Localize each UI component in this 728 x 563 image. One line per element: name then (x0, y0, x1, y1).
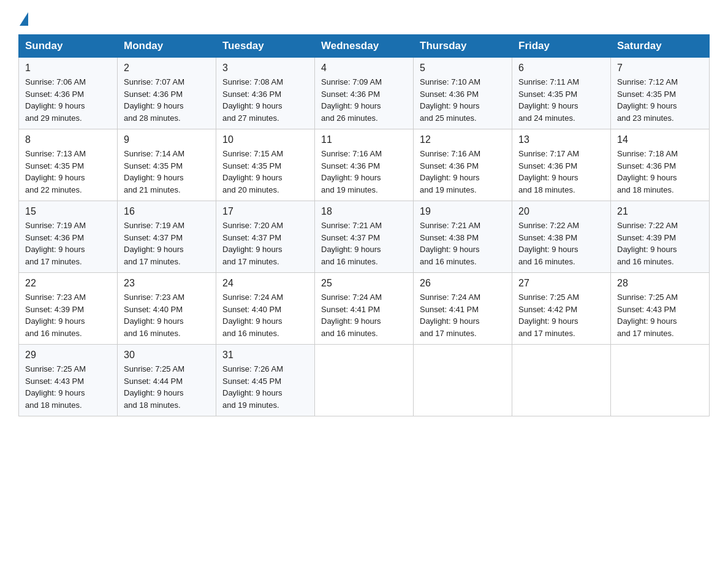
day-number: 16 (124, 206, 210, 217)
day-number: 21 (617, 206, 703, 217)
calendar-cell: 22Sunrise: 7:23 AMSunset: 4:39 PMDayligh… (19, 273, 118, 345)
calendar-week-2: 8Sunrise: 7:13 AMSunset: 4:35 PMDaylight… (19, 129, 710, 201)
page-header (18, 12, 710, 23)
calendar-cell (611, 345, 710, 416)
day-info: Sunrise: 7:23 AMSunset: 4:40 PMDaylight:… (124, 291, 210, 339)
day-number: 17 (222, 206, 308, 217)
day-info: Sunrise: 7:25 AMSunset: 4:44 PMDaylight:… (124, 363, 210, 411)
calendar-cell: 12Sunrise: 7:16 AMSunset: 4:36 PMDayligh… (414, 129, 512, 201)
day-number: 8 (25, 134, 111, 145)
day-info: Sunrise: 7:24 AMSunset: 4:40 PMDaylight:… (222, 291, 308, 339)
calendar-cell: 30Sunrise: 7:25 AMSunset: 4:44 PMDayligh… (118, 345, 216, 416)
header-wednesday: Wednesday (315, 35, 414, 58)
day-number: 3 (222, 63, 308, 74)
day-info: Sunrise: 7:17 AMSunset: 4:36 PMDaylight:… (518, 148, 604, 196)
calendar-cell: 15Sunrise: 7:19 AMSunset: 4:36 PMDayligh… (19, 201, 118, 273)
day-info: Sunrise: 7:08 AMSunset: 4:36 PMDaylight:… (222, 76, 308, 124)
calendar-week-5: 29Sunrise: 7:25 AMSunset: 4:43 PMDayligh… (19, 345, 710, 416)
header-sunday: Sunday (19, 35, 118, 58)
day-number: 1 (25, 63, 111, 74)
header-row: SundayMondayTuesdayWednesdayThursdayFrid… (19, 35, 710, 58)
calendar-cell: 17Sunrise: 7:20 AMSunset: 4:37 PMDayligh… (216, 201, 315, 273)
calendar-cell: 26Sunrise: 7:24 AMSunset: 4:41 PMDayligh… (414, 273, 512, 345)
day-number: 20 (518, 206, 604, 217)
logo (18, 12, 28, 23)
day-info: Sunrise: 7:19 AMSunset: 4:37 PMDaylight:… (124, 220, 210, 267)
calendar-cell: 9Sunrise: 7:14 AMSunset: 4:35 PMDaylight… (118, 129, 216, 201)
calendar-cell (414, 345, 512, 416)
calendar-cell (315, 345, 414, 416)
day-number: 9 (124, 134, 210, 145)
calendar-cell: 5Sunrise: 7:10 AMSunset: 4:36 PMDaylight… (414, 58, 512, 129)
calendar-cell: 8Sunrise: 7:13 AMSunset: 4:35 PMDaylight… (19, 129, 118, 201)
day-info: Sunrise: 7:25 AMSunset: 4:42 PMDaylight:… (518, 291, 604, 339)
header-thursday: Thursday (414, 35, 512, 58)
day-number: 26 (420, 278, 506, 289)
day-info: Sunrise: 7:23 AMSunset: 4:39 PMDaylight:… (25, 291, 111, 339)
calendar-cell: 27Sunrise: 7:25 AMSunset: 4:42 PMDayligh… (512, 273, 611, 345)
day-info: Sunrise: 7:13 AMSunset: 4:35 PMDaylight:… (25, 148, 111, 196)
calendar-cell: 1Sunrise: 7:06 AMSunset: 4:36 PMDaylight… (19, 58, 118, 129)
day-number: 31 (222, 350, 308, 361)
calendar-cell: 25Sunrise: 7:24 AMSunset: 4:41 PMDayligh… (315, 273, 414, 345)
calendar-cell: 6Sunrise: 7:11 AMSunset: 4:35 PMDaylight… (512, 58, 611, 129)
day-info: Sunrise: 7:22 AMSunset: 4:39 PMDaylight:… (617, 220, 703, 267)
day-number: 14 (617, 134, 703, 145)
day-number: 28 (617, 278, 703, 289)
calendar-cell: 29Sunrise: 7:25 AMSunset: 4:43 PMDayligh… (19, 345, 118, 416)
day-number: 18 (321, 206, 407, 217)
header-monday: Monday (118, 35, 216, 58)
calendar-week-3: 15Sunrise: 7:19 AMSunset: 4:36 PMDayligh… (19, 201, 710, 273)
day-number: 4 (321, 63, 407, 74)
calendar-cell: 21Sunrise: 7:22 AMSunset: 4:39 PMDayligh… (611, 201, 710, 273)
day-number: 11 (321, 134, 407, 145)
calendar-cell: 18Sunrise: 7:21 AMSunset: 4:37 PMDayligh… (315, 201, 414, 273)
calendar-table: SundayMondayTuesdayWednesdayThursdayFrid… (18, 34, 710, 416)
header-tuesday: Tuesday (216, 35, 315, 58)
day-number: 6 (518, 63, 604, 74)
calendar-cell: 2Sunrise: 7:07 AMSunset: 4:36 PMDaylight… (118, 58, 216, 129)
day-number: 13 (518, 134, 604, 145)
calendar-cell: 23Sunrise: 7:23 AMSunset: 4:40 PMDayligh… (118, 273, 216, 345)
header-saturday: Saturday (611, 35, 710, 58)
day-info: Sunrise: 7:22 AMSunset: 4:38 PMDaylight:… (518, 220, 604, 267)
day-info: Sunrise: 7:25 AMSunset: 4:43 PMDaylight:… (25, 363, 111, 411)
day-info: Sunrise: 7:19 AMSunset: 4:36 PMDaylight:… (25, 220, 111, 267)
calendar-cell: 11Sunrise: 7:16 AMSunset: 4:36 PMDayligh… (315, 129, 414, 201)
day-number: 12 (420, 134, 506, 145)
day-info: Sunrise: 7:16 AMSunset: 4:36 PMDaylight:… (420, 148, 506, 196)
day-info: Sunrise: 7:06 AMSunset: 4:36 PMDaylight:… (25, 76, 111, 124)
day-info: Sunrise: 7:12 AMSunset: 4:35 PMDaylight:… (617, 76, 703, 124)
day-info: Sunrise: 7:16 AMSunset: 4:36 PMDaylight:… (321, 148, 407, 196)
calendar-header: SundayMondayTuesdayWednesdayThursdayFrid… (19, 35, 710, 58)
calendar-cell: 13Sunrise: 7:17 AMSunset: 4:36 PMDayligh… (512, 129, 611, 201)
calendar-cell: 19Sunrise: 7:21 AMSunset: 4:38 PMDayligh… (414, 201, 512, 273)
day-info: Sunrise: 7:21 AMSunset: 4:37 PMDaylight:… (321, 220, 407, 267)
logo-triangle-icon (20, 12, 28, 26)
day-info: Sunrise: 7:10 AMSunset: 4:36 PMDaylight:… (420, 76, 506, 124)
day-info: Sunrise: 7:20 AMSunset: 4:37 PMDaylight:… (222, 220, 308, 267)
day-number: 27 (518, 278, 604, 289)
calendar-cell (512, 345, 611, 416)
day-info: Sunrise: 7:25 AMSunset: 4:43 PMDaylight:… (617, 291, 703, 339)
calendar-cell: 28Sunrise: 7:25 AMSunset: 4:43 PMDayligh… (611, 273, 710, 345)
calendar-week-4: 22Sunrise: 7:23 AMSunset: 4:39 PMDayligh… (19, 273, 710, 345)
calendar-cell: 20Sunrise: 7:22 AMSunset: 4:38 PMDayligh… (512, 201, 611, 273)
day-number: 23 (124, 278, 210, 289)
calendar-cell: 10Sunrise: 7:15 AMSunset: 4:35 PMDayligh… (216, 129, 315, 201)
day-number: 2 (124, 63, 210, 74)
day-number: 22 (25, 278, 111, 289)
calendar-cell: 14Sunrise: 7:18 AMSunset: 4:36 PMDayligh… (611, 129, 710, 201)
calendar-week-1: 1Sunrise: 7:06 AMSunset: 4:36 PMDaylight… (19, 58, 710, 129)
day-info: Sunrise: 7:15 AMSunset: 4:35 PMDaylight:… (222, 148, 308, 196)
calendar-cell: 24Sunrise: 7:24 AMSunset: 4:40 PMDayligh… (216, 273, 315, 345)
day-info: Sunrise: 7:11 AMSunset: 4:35 PMDaylight:… (518, 76, 604, 124)
day-info: Sunrise: 7:24 AMSunset: 4:41 PMDaylight:… (321, 291, 407, 339)
day-number: 19 (420, 206, 506, 217)
day-number: 5 (420, 63, 506, 74)
calendar-cell: 31Sunrise: 7:26 AMSunset: 4:45 PMDayligh… (216, 345, 315, 416)
header-friday: Friday (512, 35, 611, 58)
calendar-cell: 4Sunrise: 7:09 AMSunset: 4:36 PMDaylight… (315, 58, 414, 129)
day-info: Sunrise: 7:07 AMSunset: 4:36 PMDaylight:… (124, 76, 210, 124)
day-info: Sunrise: 7:18 AMSunset: 4:36 PMDaylight:… (617, 148, 703, 196)
